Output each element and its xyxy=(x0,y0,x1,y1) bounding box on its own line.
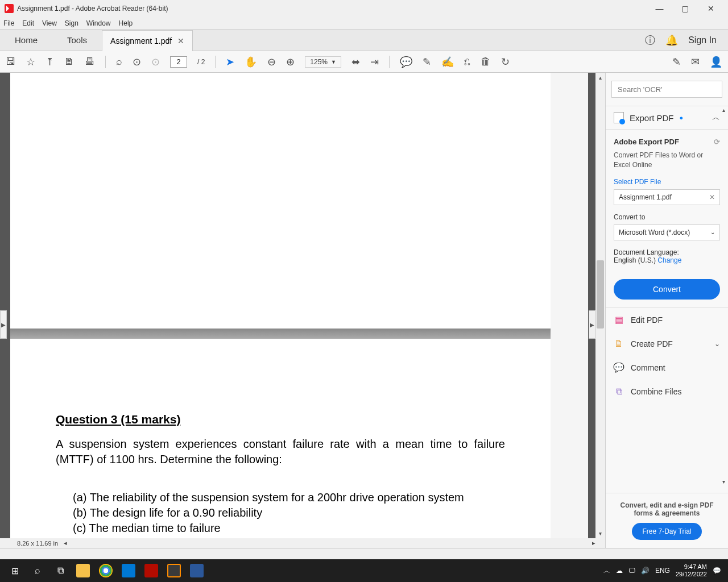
fit-page-icon[interactable]: ⇥ xyxy=(370,56,379,68)
export-pdf-header[interactable]: Export PDF ● ︿ xyxy=(606,106,728,130)
document-tab-label: Assignment 1.pdf xyxy=(110,36,172,45)
separator xyxy=(215,56,216,68)
delete-icon[interactable]: 🗑 xyxy=(481,56,491,68)
menu-help[interactable]: Help xyxy=(119,19,133,27)
help-icon[interactable]: ⓘ xyxy=(645,34,655,47)
system-tray[interactable]: ︿ ☁ 🖵 🔊 ENG 9:47 AM 29/12/2022 💬 xyxy=(603,563,725,578)
menu-window[interactable]: Window xyxy=(86,19,111,27)
menu-file[interactable]: File xyxy=(3,19,14,27)
notifications-icon[interactable]: 🔔 xyxy=(665,34,678,47)
sign-in-button[interactable]: Sign In xyxy=(688,35,717,45)
page-total-label: / 2 xyxy=(197,58,205,66)
vertical-scrollbar[interactable]: ▴ ▾ xyxy=(595,73,605,548)
search-tools-input[interactable] xyxy=(611,81,722,98)
close-window-button[interactable]: ✕ xyxy=(698,0,723,17)
page-down-icon[interactable]: ⊙ xyxy=(151,56,160,68)
task-view-icon[interactable]: ⧉ xyxy=(49,559,72,582)
acrobat-taskbar-icon[interactable] xyxy=(140,559,163,582)
menu-sign[interactable]: Sign xyxy=(65,19,78,27)
scroll-left-icon[interactable]: ◂ xyxy=(64,539,67,547)
menu-bar: File Edit View Sign Window Help xyxy=(0,17,728,30)
start-button[interactable]: ⊞ xyxy=(3,559,26,582)
comment-icon[interactable]: 💬 xyxy=(400,56,412,68)
language-indicator[interactable]: ENG xyxy=(655,567,670,575)
highlight-icon[interactable]: ✎ xyxy=(423,56,431,68)
chevron-up-icon[interactable]: ︿ xyxy=(712,113,720,123)
app-icon-orange[interactable] xyxy=(163,559,185,582)
right-pane-toggle[interactable]: ▶ xyxy=(589,310,595,339)
tool-edit-pdf[interactable]: ▤ Edit PDF xyxy=(606,308,728,332)
save-icon[interactable]: 🖫 xyxy=(6,56,16,68)
panel-scroll-up-icon[interactable]: ▴ xyxy=(720,107,727,114)
search-taskbar-icon[interactable]: ⌕ xyxy=(26,559,49,582)
zoom-level-dropdown[interactable]: 125%▼ xyxy=(305,56,341,68)
convert-button[interactable]: Convert xyxy=(614,279,720,300)
acrobat-app-icon xyxy=(5,4,14,13)
action-center-icon[interactable]: 💬 xyxy=(713,567,721,575)
cloud-upload-icon[interactable]: ⤒ xyxy=(46,56,54,68)
selected-file-name: Assignment 1.pdf xyxy=(619,193,672,201)
separator xyxy=(105,56,106,68)
refresh-icon[interactable]: ⟳ xyxy=(714,138,720,146)
tab-tools[interactable]: Tools xyxy=(52,30,102,51)
document-tab[interactable]: Assignment 1.pdf ✕ xyxy=(102,30,193,51)
email-icon[interactable]: ✉ xyxy=(691,56,700,68)
export-pdf-body: Adobe Export PDF ⟳ Convert PDF Files to … xyxy=(606,130,728,308)
tab-home[interactable]: Home xyxy=(0,30,52,51)
page-number-input[interactable] xyxy=(170,56,187,68)
menu-view[interactable]: View xyxy=(42,19,57,27)
page-up-icon[interactable]: ⊙ xyxy=(133,56,141,68)
minimize-button[interactable]: — xyxy=(647,0,672,17)
tool-combine-files[interactable]: ⧉ Combine Files xyxy=(606,380,728,404)
panel-scroll-down-icon[interactable]: ▾ xyxy=(720,479,727,485)
rotate-icon[interactable]: ↻ xyxy=(501,56,510,68)
tool-create-pdf[interactable]: 🗎 Create PDF ⌄ xyxy=(606,332,728,356)
volume-icon[interactable]: 🔊 xyxy=(641,567,650,575)
share-sign-icon[interactable]: ✎ xyxy=(672,56,681,68)
clock[interactable]: 9:47 AM 29/12/2022 xyxy=(676,563,707,578)
print-icon[interactable]: 🖶 xyxy=(85,56,95,68)
change-language-link[interactable]: Change xyxy=(657,256,681,264)
question-item-a: (a) The reliability of the suspension sy… xyxy=(56,490,505,505)
chrome-icon[interactable] xyxy=(94,559,117,582)
chevron-down-icon[interactable]: ⌄ xyxy=(714,340,720,348)
left-pane-toggle[interactable]: ▶ xyxy=(0,310,7,339)
menu-edit[interactable]: Edit xyxy=(22,19,34,27)
combine-files-icon: ⧉ xyxy=(614,386,624,397)
onedrive-icon[interactable]: ☁ xyxy=(616,567,623,575)
scroll-up-icon[interactable]: ▴ xyxy=(595,73,605,82)
word-icon[interactable] xyxy=(185,559,208,582)
free-trial-button[interactable]: Free 7-Day Trial xyxy=(632,523,701,540)
maximize-button[interactable]: ▢ xyxy=(672,0,698,17)
scroll-thumb[interactable] xyxy=(597,260,604,329)
clear-file-icon[interactable]: ✕ xyxy=(709,193,715,201)
hand-tool-icon[interactable]: ✋ xyxy=(245,56,257,68)
scroll-right-icon[interactable]: ▸ xyxy=(592,539,595,547)
outlook-icon[interactable] xyxy=(117,559,140,582)
fit-width-icon[interactable]: ⬌ xyxy=(351,56,360,68)
question-item-c: (c) The median time to failure xyxy=(56,521,505,536)
convert-format-dropdown[interactable]: Microsoft Word (*.docx) ⌄ xyxy=(614,225,720,240)
star-icon[interactable]: ☆ xyxy=(26,56,35,68)
file-explorer-icon[interactable] xyxy=(72,559,94,582)
page-gap xyxy=(10,329,551,339)
info-badge-icon: ● xyxy=(680,114,684,121)
zoom-out-icon[interactable]: ⊖ xyxy=(267,56,276,68)
selection-tool-icon[interactable]: ➤ xyxy=(226,56,234,68)
pdf-page-1-bottom xyxy=(10,73,551,329)
document-viewport[interactable]: Question 3 (15 marks) A suspension syste… xyxy=(0,73,605,548)
file-lock-icon[interactable]: 🗎 xyxy=(64,56,75,68)
selected-file-box[interactable]: Assignment 1.pdf ✕ xyxy=(614,189,720,205)
sign-icon[interactable]: ✍ xyxy=(441,56,454,68)
separator xyxy=(389,56,390,68)
comment-tool-icon: 💬 xyxy=(614,363,624,373)
tool-comment[interactable]: 💬 Comment xyxy=(606,356,728,380)
zoom-icon[interactable]: ⌕ xyxy=(116,56,122,68)
zoom-in-icon[interactable]: ⊕ xyxy=(286,56,295,68)
scroll-down-icon[interactable]: ▾ xyxy=(595,529,605,538)
stamp-icon[interactable]: ⎌ xyxy=(464,56,470,68)
share-people-icon[interactable]: 👤 xyxy=(710,56,722,68)
display-icon[interactable]: 🖵 xyxy=(628,567,635,575)
close-tab-icon[interactable]: ✕ xyxy=(177,36,184,45)
tray-chevron-icon[interactable]: ︿ xyxy=(603,566,610,576)
